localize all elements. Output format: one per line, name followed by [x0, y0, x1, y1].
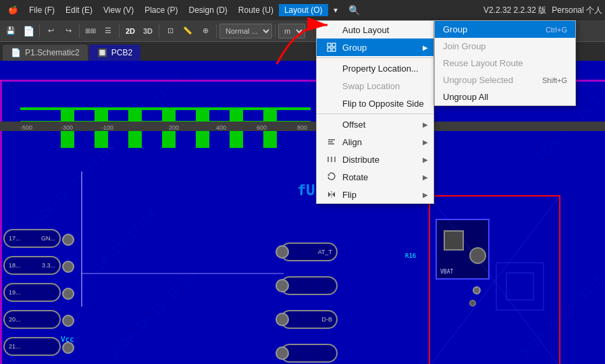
- pcb-canvas[interactable]: -500 -300 -100 200 400 600 800 1000 1200…: [0, 61, 605, 364]
- submenu-join-group: Join Group: [435, 38, 575, 55]
- distribute-icon: [325, 154, 338, 165]
- submenu-group[interactable]: Group Ctrl+G: [435, 21, 575, 38]
- menu-view[interactable]: View (V): [98, 4, 139, 16]
- toolbar-snap[interactable]: ⊕: [197, 23, 213, 39]
- menu-distribute[interactable]: Distribute: [317, 151, 433, 168]
- swap-icon: [325, 80, 338, 91]
- toolbar-new[interactable]: 📄: [20, 23, 36, 39]
- svg-rect-6: [332, 43, 336, 47]
- menu-swap-location: Swap Location: [317, 77, 433, 95]
- tab-pcb[interactable]: 🔲 PCB2: [89, 45, 140, 61]
- unit-select[interactable]: mil: [278, 24, 305, 38]
- menu-auto-layout[interactable]: Auto Layout: [317, 21, 433, 38]
- menu-flip[interactable]: Flip: [317, 186, 433, 203]
- toolbar-2d[interactable]: 2D: [122, 23, 138, 39]
- svg-rect-5: [327, 43, 331, 47]
- auto-layout-icon: [325, 24, 338, 35]
- svg-marker-17: [332, 192, 335, 197]
- menu-layout[interactable]: Layout (O): [279, 4, 328, 16]
- tab-schematic-label: P1.Schematic2: [25, 48, 80, 57]
- menu-expand[interactable]: ▾: [328, 4, 343, 16]
- ruler-horizontal: -500 -300 -100 200 400 600 800 1000 1200: [0, 122, 605, 131]
- menu-group[interactable]: Group: [317, 38, 433, 56]
- account-label: Personal 个人: [552, 5, 602, 16]
- property-icon: [325, 63, 338, 74]
- layout-dropdown: Auto Layout Group Property Location... S…: [316, 20, 434, 204]
- submenu-ungroup-selected: Ungroup Selected Shift+G: [435, 72, 575, 88]
- submenu-ungroup-all[interactable]: Ungroup All: [435, 88, 575, 105]
- svg-marker-16: [328, 192, 331, 197]
- rotate-icon: [325, 172, 338, 182]
- svg-marker-15: [327, 174, 330, 176]
- tab-pcb-label: PCB2: [111, 48, 132, 57]
- toolbar-3d[interactable]: 3D: [140, 23, 156, 39]
- menu-route[interactable]: Route (U): [233, 4, 279, 16]
- tab-schematic[interactable]: 📄 P1.Schematic2: [3, 45, 88, 61]
- toolbar-zoom-area[interactable]: ⊡: [162, 23, 178, 39]
- toolbar-undo[interactable]: ↩: [43, 23, 59, 39]
- menu-property-location[interactable]: Property Location...: [317, 59, 433, 77]
- menu-place[interactable]: Place (P): [139, 4, 183, 16]
- menu-flip-opposite[interactable]: Flip to Opposite Side: [317, 95, 433, 112]
- flip-icon: [325, 189, 338, 200]
- menu-design[interactable]: Design (D): [184, 4, 233, 16]
- menu-align[interactable]: Align: [317, 133, 433, 151]
- offset-icon: [325, 119, 338, 130]
- schematic-icon: 📄: [11, 48, 21, 57]
- group-submenu: Group Ctrl+G Join Group Reuse Layout Rou…: [434, 20, 576, 106]
- svg-rect-7: [327, 48, 331, 51]
- menu-apple[interactable]: 🍎: [3, 4, 24, 16]
- svg-rect-3: [506, 273, 533, 300]
- svg-rect-8: [332, 48, 336, 51]
- search-icon[interactable]: 🔍: [348, 5, 360, 16]
- menubar: 🍎 File (F) Edit (E) View (V) Place (P) D…: [0, 0, 605, 20]
- pcb-icon: 🔲: [97, 48, 107, 57]
- submenu-reuse-layout: Reuse Layout Route: [435, 55, 575, 72]
- menu-file[interactable]: File (F): [24, 4, 60, 16]
- menu-edit[interactable]: Edit (E): [60, 4, 98, 16]
- toolbar-measure[interactable]: 📏: [180, 23, 196, 39]
- group-icon: [325, 42, 338, 53]
- selection-svg: [429, 195, 560, 364]
- toolbar-list[interactable]: ☰: [100, 23, 116, 39]
- flip-opposite-icon: [325, 98, 338, 109]
- version-label: V2.2.32 2.2.32 版: [483, 5, 546, 16]
- menu-rotate[interactable]: Rotate: [317, 168, 433, 186]
- normal-select[interactable]: Normal ...: [219, 24, 272, 38]
- menu-offset[interactable]: Offset: [317, 115, 433, 133]
- align-icon: [325, 136, 338, 147]
- toolbar-components[interactable]: ⊞⊞: [82, 23, 99, 39]
- toolbar-redo[interactable]: ↪: [60, 23, 76, 39]
- toolbar-save[interactable]: 💾: [3, 23, 19, 39]
